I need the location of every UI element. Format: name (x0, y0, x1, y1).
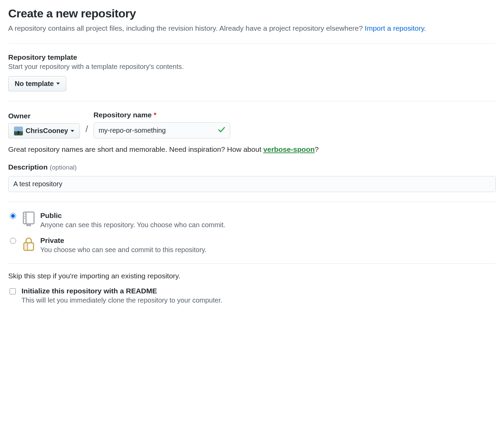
description-input[interactable] (8, 176, 496, 192)
repo-name-hint: Great repository names are short and mem… (8, 145, 496, 154)
visibility-public-title: Public (40, 211, 225, 220)
avatar (14, 127, 23, 135)
visibility-private-radio[interactable] (10, 238, 16, 244)
svg-point-2 (24, 214, 25, 215)
chevron-down-icon (56, 83, 60, 85)
repo-icon (22, 211, 36, 227)
owner-name: ChrisCooney (26, 127, 68, 135)
description-label-text: Description (8, 163, 48, 171)
repo-name-label: Repository name * (94, 111, 230, 119)
repo-hint-after: ? (315, 145, 319, 153)
svg-point-4 (24, 218, 25, 219)
visibility-public-desc: Anyone can see this repository. You choo… (40, 221, 225, 229)
check-icon (218, 126, 225, 135)
page-title: Create a new repository (8, 7, 496, 20)
import-repository-link[interactable]: Import a repository. (365, 24, 426, 32)
description-label: Description (optional) (8, 163, 496, 171)
subhead-text: A repository contains all project files,… (8, 24, 365, 32)
repo-name-suggestion-link[interactable]: verbose-spoon (263, 145, 315, 153)
svg-rect-5 (24, 243, 33, 250)
template-label: Repository template (8, 53, 496, 61)
init-readme-checkbox[interactable] (10, 288, 16, 294)
optional-hint: (optional) (50, 164, 76, 171)
page-subhead: A repository contains all project files,… (8, 23, 496, 34)
template-selected-value: No template (15, 80, 54, 88)
repo-name-input[interactable] (94, 122, 230, 138)
repo-hint-before: Great repository names are short and mem… (8, 145, 263, 153)
svg-point-6 (26, 244, 27, 245)
required-asterisk: * (154, 111, 156, 119)
visibility-private-desc: You choose who can see and commit to thi… (40, 246, 207, 254)
skip-import-note: Skip this step if you're importing an ex… (8, 272, 496, 280)
visibility-public-radio[interactable] (10, 213, 16, 219)
svg-point-3 (24, 216, 25, 217)
owner-label: Owner (8, 112, 80, 120)
lock-icon (22, 236, 36, 251)
owner-repo-separator: / (85, 124, 88, 138)
chevron-down-icon (71, 130, 74, 132)
template-help: Start your repository with a template re… (8, 63, 496, 71)
init-readme-desc: This will let you immediately clone the … (22, 296, 222, 304)
visibility-private-title: Private (40, 236, 207, 245)
template-select-button[interactable]: No template (8, 76, 66, 91)
repo-name-label-text: Repository name (94, 111, 152, 119)
svg-point-8 (26, 248, 27, 249)
owner-select-button[interactable]: ChrisCooney (8, 123, 80, 138)
init-readme-title: Initialize this repository with a README (22, 287, 222, 295)
svg-point-7 (26, 246, 27, 247)
